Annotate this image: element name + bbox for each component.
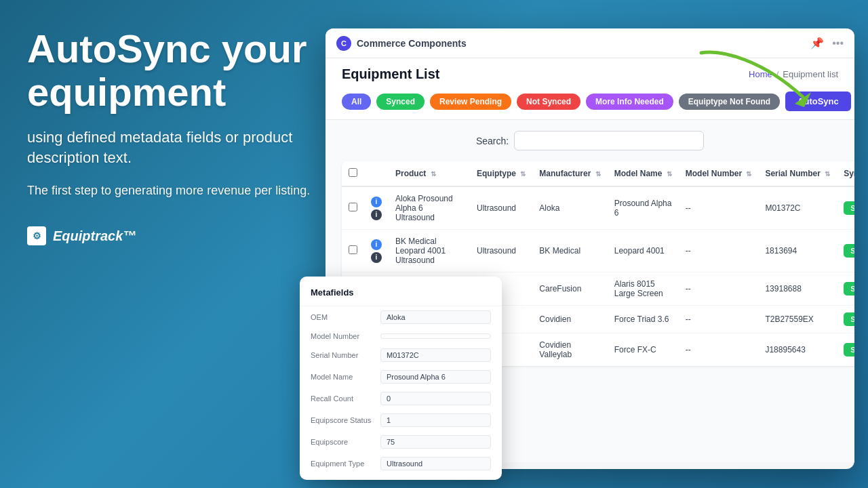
brand-icon: ⚙: [27, 226, 46, 245]
metafield-equipscore-status-value: 1: [380, 413, 491, 427]
filter-equip-not-found[interactable]: Equiptype Not Found: [679, 94, 780, 110]
left-panel: AutoSync your equipment using defined me…: [27, 27, 312, 245]
filter-all[interactable]: All: [342, 94, 371, 110]
row5-sync-status: SYNCED: [837, 333, 854, 367]
select-all-checkbox[interactable]: [349, 168, 357, 177]
search-row: Search:: [342, 131, 838, 150]
filter-not-synced[interactable]: Not Synced: [517, 94, 580, 110]
row3-model-number: --: [679, 272, 759, 306]
row1-alt-icon[interactable]: i: [371, 209, 382, 220]
metafield-oem-label: OEM: [311, 313, 375, 321]
th-model-name: Model Name ⇅: [608, 161, 679, 186]
row5-synced-badge: SYNCED: [844, 343, 854, 357]
metafield-recall-count-value: 0: [380, 392, 491, 405]
metafield-equipment-type-label: Equipment Type: [311, 460, 375, 468]
row2-alt-icon[interactable]: i: [371, 252, 382, 263]
row1-sync-status: SYNCED: [837, 186, 854, 230]
metafields-title: Metafields: [300, 287, 502, 306]
pin-icon[interactable]: 📌: [810, 37, 824, 49]
filter-synced[interactable]: Synced: [376, 94, 425, 110]
brand-footer: ⚙ Equiptrack™: [27, 226, 312, 245]
row2-checkbox[interactable]: [349, 245, 357, 254]
row2-info-icon[interactable]: i: [371, 239, 382, 250]
row1-model-name: Prosound Alpha 6: [608, 186, 679, 230]
row2-equiptype: Ultrasound: [470, 230, 532, 272]
row5-manufacturer: Covidien Valleylab: [532, 333, 607, 367]
row2-sync-status: SYNCED: [837, 230, 854, 272]
row1-product: Aloka Prosound Alpha 6 Ultrasound: [389, 186, 470, 230]
row5-model-number: --: [679, 333, 759, 367]
th-sync-status: Sync Status ⇅: [837, 161, 854, 186]
metafield-model-number-row: Model Number: [300, 328, 502, 344]
row3-sync-status: SYNCED: [837, 272, 854, 306]
metafield-equipscore-label: Equipscore: [311, 438, 375, 446]
row2-product: BK Medical Leopard 4001 Ultrasound: [389, 230, 470, 272]
row1-synced-badge: SYNCED: [844, 201, 854, 215]
metafield-oem-value: Aloka: [380, 310, 491, 324]
row1-info-cell: i i: [364, 186, 389, 230]
title-bar-actions: 📌 •••: [810, 37, 844, 49]
metafield-serial-number-label: Serial Number: [311, 351, 375, 359]
more-options-icon[interactable]: •••: [832, 37, 844, 49]
row4-serial-number: T2B27559EX: [758, 306, 837, 333]
search-input[interactable]: [514, 131, 704, 150]
breadcrumb-home[interactable]: Home: [749, 69, 772, 79]
subtitle-text: using defined metadata fields or product…: [27, 127, 312, 169]
metafield-equipscore-status-label: Equipscore Status: [311, 416, 375, 424]
metafield-equipscore-row: Equipscore 75: [300, 431, 502, 453]
product-sort-icon[interactable]: ⇅: [431, 170, 436, 178]
title-bar: C Commerce Components 📌 •••: [326, 28, 854, 58]
row2-manufacturer: BK Medical: [532, 230, 607, 272]
metafield-model-name-value: Prosound Alpha 6: [380, 370, 491, 384]
serial-number-sort-icon[interactable]: ⇅: [825, 170, 830, 178]
equiptype-sort-icon[interactable]: ⇅: [520, 170, 526, 178]
row1-checkbox-cell: [342, 186, 364, 230]
app-logo: C: [336, 36, 351, 51]
main-headline: AutoSync your equipment: [27, 27, 312, 114]
model-name-sort-icon[interactable]: ⇅: [667, 170, 672, 178]
row4-sync-status: SYNCED: [837, 306, 854, 333]
th-select-all: [342, 161, 364, 186]
breadcrumb-separator: /: [776, 69, 779, 79]
row4-synced-badge: SYNCED: [844, 312, 854, 326]
th-manufacturer: Manufacturer ⇅: [532, 161, 607, 186]
th-serial-number: Serial Number ⇅: [758, 161, 837, 186]
metafield-oem-row: OEM Aloka: [300, 306, 502, 328]
th-product: Product ⇅: [389, 161, 470, 186]
table-header-row: Product ⇅ Equiptype ⇅ Manufacturer ⇅ Mod…: [342, 161, 854, 186]
table-row: i i Aloka Prosound Alpha 6 Ultrasound Ul…: [342, 186, 854, 230]
row3-synced-badge: SYNCED: [844, 282, 854, 296]
metafield-serial-number-value: M01372C: [380, 348, 491, 362]
row4-manufacturer: Covidien: [532, 306, 607, 333]
row4-model-name: Force Triad 3.6: [608, 306, 679, 333]
manufacturer-sort-icon[interactable]: ⇅: [595, 170, 601, 178]
metafield-model-number-label: Model Number: [311, 332, 375, 340]
table-row: i i BK Medical Leopard 4001 Ultrasound U…: [342, 230, 854, 272]
page-title: Equipment List: [342, 66, 439, 82]
row3-manufacturer: CareFusion: [532, 272, 607, 306]
metafields-popup: Metafields OEM Aloka Model Number Serial…: [300, 277, 502, 480]
row5-model-name: Force FX-C: [608, 333, 679, 367]
autosync-button[interactable]: AutoSync: [785, 92, 851, 111]
model-number-sort-icon[interactable]: ⇅: [746, 170, 751, 178]
filter-more-info[interactable]: More Info Needed: [586, 94, 673, 110]
th-equiptype: Equiptype ⇅: [470, 161, 532, 186]
metafield-equipment-type-row: Equipment Type Ultrasound: [300, 453, 502, 474]
brand-name: Equiptrack™: [53, 228, 136, 244]
search-label: Search:: [476, 136, 509, 146]
metafield-recall-count-row: Recall Count 0: [300, 388, 502, 409]
row1-info-icon[interactable]: i: [371, 197, 382, 207]
metafield-model-name-label: Model Name: [311, 373, 375, 381]
row2-model-number: --: [679, 230, 759, 272]
row4-model-number: --: [679, 306, 759, 333]
row1-checkbox[interactable]: [349, 203, 357, 211]
row1-serial-number: M01372C: [758, 186, 837, 230]
metafield-serial-number-row: Serial Number M01372C: [300, 344, 502, 366]
row2-checkbox-cell: [342, 230, 364, 272]
row2-icons: i i: [371, 239, 382, 263]
row1-manufacturer: Aloka: [532, 186, 607, 230]
row2-synced-badge: SYNCED: [844, 244, 854, 258]
metafield-model-number-value: [380, 333, 491, 339]
row5-serial-number: J18895643: [758, 333, 837, 367]
filter-review-pending[interactable]: Review Pending: [430, 94, 511, 110]
